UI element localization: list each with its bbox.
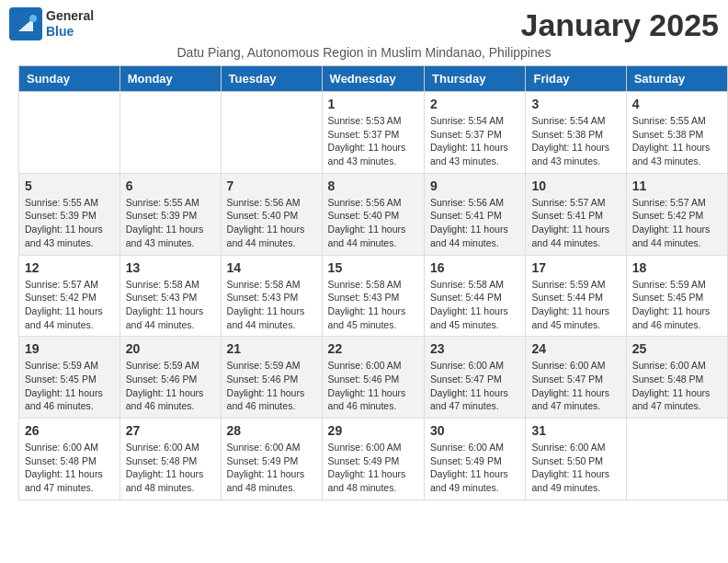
day-cell: 14Sunrise: 5:58 AM Sunset: 5:43 PM Dayli… <box>221 255 322 337</box>
day-number: 26 <box>25 423 114 438</box>
day-info: Sunrise: 6:00 AM Sunset: 5:50 PM Dayligh… <box>531 441 620 495</box>
day-cell: 18Sunrise: 5:59 AM Sunset: 5:45 PM Dayli… <box>626 255 727 337</box>
day-info: Sunrise: 6:00 AM Sunset: 5:49 PM Dayligh… <box>328 441 418 495</box>
day-cell: 12Sunrise: 5:57 AM Sunset: 5:42 PM Dayli… <box>19 255 120 337</box>
day-cell: 17Sunrise: 5:59 AM Sunset: 5:44 PM Dayli… <box>526 255 626 337</box>
day-cell: 27Sunrise: 6:00 AM Sunset: 5:48 PM Dayli… <box>119 419 221 500</box>
day-number: 8 <box>328 178 418 193</box>
svg-rect-0 <box>9 7 42 40</box>
day-number: 24 <box>531 341 620 356</box>
day-cell: 6Sunrise: 5:55 AM Sunset: 5:39 PM Daylig… <box>119 173 221 255</box>
day-info: Sunrise: 5:59 AM Sunset: 5:46 PM Dayligh… <box>126 359 215 413</box>
day-header-friday: Friday <box>526 66 626 92</box>
svg-point-2 <box>29 15 37 22</box>
day-number: 3 <box>531 97 620 111</box>
day-cell <box>221 92 322 174</box>
day-number: 29 <box>328 423 418 438</box>
day-cell: 3Sunrise: 5:54 AM Sunset: 5:38 PM Daylig… <box>526 92 626 174</box>
day-number: 22 <box>328 341 418 356</box>
day-info: Sunrise: 5:56 AM Sunset: 5:40 PM Dayligh… <box>328 196 418 250</box>
day-number: 10 <box>531 178 620 193</box>
day-cell <box>119 92 221 174</box>
day-cell: 29Sunrise: 6:00 AM Sunset: 5:49 PM Dayli… <box>322 419 424 500</box>
day-cell: 1Sunrise: 5:53 AM Sunset: 5:37 PM Daylig… <box>322 92 424 174</box>
day-number: 28 <box>227 423 316 438</box>
day-number: 16 <box>430 260 519 275</box>
day-number: 5 <box>25 178 114 193</box>
day-info: Sunrise: 5:59 AM Sunset: 5:45 PM Dayligh… <box>632 278 722 332</box>
day-info: Sunrise: 6:00 AM Sunset: 5:48 PM Dayligh… <box>632 359 722 413</box>
logo-general: General <box>46 8 94 23</box>
day-cell: 25Sunrise: 6:00 AM Sunset: 5:48 PM Dayli… <box>626 337 727 419</box>
day-number: 13 <box>126 260 215 275</box>
day-cell: 7Sunrise: 5:56 AM Sunset: 5:40 PM Daylig… <box>221 173 322 255</box>
day-info: Sunrise: 5:58 AM Sunset: 5:44 PM Dayligh… <box>430 278 519 332</box>
day-info: Sunrise: 5:56 AM Sunset: 5:41 PM Dayligh… <box>430 196 519 250</box>
day-info: Sunrise: 5:59 AM Sunset: 5:44 PM Dayligh… <box>531 278 620 332</box>
day-info: Sunrise: 5:54 AM Sunset: 5:38 PM Dayligh… <box>531 114 620 168</box>
day-info: Sunrise: 5:54 AM Sunset: 5:37 PM Dayligh… <box>430 114 519 168</box>
day-number: 31 <box>531 423 620 438</box>
day-header-wednesday: Wednesday <box>322 66 424 92</box>
day-cell: 20Sunrise: 5:59 AM Sunset: 5:46 PM Dayli… <box>119 337 221 419</box>
day-cell: 19Sunrise: 5:59 AM Sunset: 5:45 PM Dayli… <box>19 337 120 419</box>
month-title: January 2025 <box>521 7 720 43</box>
day-number: 14 <box>227 260 316 275</box>
day-number: 2 <box>430 97 519 111</box>
day-number: 1 <box>328 97 418 111</box>
day-info: Sunrise: 5:55 AM Sunset: 5:38 PM Dayligh… <box>632 114 722 168</box>
day-cell: 2Sunrise: 5:54 AM Sunset: 5:37 PM Daylig… <box>425 92 526 174</box>
day-number: 9 <box>430 178 519 193</box>
day-info: Sunrise: 5:55 AM Sunset: 5:39 PM Dayligh… <box>25 196 114 250</box>
day-info: Sunrise: 6:00 AM Sunset: 5:47 PM Dayligh… <box>430 359 519 413</box>
day-info: Sunrise: 5:59 AM Sunset: 5:46 PM Dayligh… <box>227 359 316 413</box>
day-cell: 4Sunrise: 5:55 AM Sunset: 5:38 PM Daylig… <box>626 92 727 174</box>
day-number: 7 <box>227 178 316 193</box>
day-number: 17 <box>531 260 620 275</box>
day-cell: 23Sunrise: 6:00 AM Sunset: 5:47 PM Dayli… <box>425 337 526 419</box>
day-number: 27 <box>126 423 215 438</box>
day-number: 6 <box>126 178 215 193</box>
day-cell <box>626 419 727 500</box>
day-info: Sunrise: 5:55 AM Sunset: 5:39 PM Dayligh… <box>126 196 215 250</box>
day-cell: 22Sunrise: 6:00 AM Sunset: 5:46 PM Dayli… <box>322 337 424 419</box>
day-info: Sunrise: 6:00 AM Sunset: 5:48 PM Dayligh… <box>126 441 215 495</box>
day-info: Sunrise: 6:00 AM Sunset: 5:48 PM Dayligh… <box>25 441 114 495</box>
logo-blue: Blue <box>46 24 74 39</box>
day-cell: 21Sunrise: 5:59 AM Sunset: 5:46 PM Dayli… <box>221 337 322 419</box>
day-info: Sunrise: 5:53 AM Sunset: 5:37 PM Dayligh… <box>328 114 418 168</box>
day-info: Sunrise: 6:00 AM Sunset: 5:49 PM Dayligh… <box>430 441 519 495</box>
day-cell: 24Sunrise: 6:00 AM Sunset: 5:47 PM Dayli… <box>526 337 626 419</box>
day-info: Sunrise: 5:58 AM Sunset: 5:43 PM Dayligh… <box>126 278 215 332</box>
day-cell: 16Sunrise: 5:58 AM Sunset: 5:44 PM Dayli… <box>425 255 526 337</box>
day-cell: 15Sunrise: 5:58 AM Sunset: 5:43 PM Dayli… <box>322 255 424 337</box>
day-header-monday: Monday <box>119 66 221 92</box>
day-cell: 30Sunrise: 6:00 AM Sunset: 5:49 PM Dayli… <box>425 419 526 500</box>
day-cell: 13Sunrise: 5:58 AM Sunset: 5:43 PM Dayli… <box>119 255 221 337</box>
logo-icon <box>9 7 42 40</box>
day-info: Sunrise: 6:00 AM Sunset: 5:49 PM Dayligh… <box>227 441 316 495</box>
day-cell: 10Sunrise: 5:57 AM Sunset: 5:41 PM Dayli… <box>526 173 626 255</box>
day-cell: 8Sunrise: 5:56 AM Sunset: 5:40 PM Daylig… <box>322 173 424 255</box>
day-info: Sunrise: 5:57 AM Sunset: 5:42 PM Dayligh… <box>632 196 722 250</box>
day-info: Sunrise: 5:57 AM Sunset: 5:41 PM Dayligh… <box>531 196 620 250</box>
day-info: Sunrise: 5:59 AM Sunset: 5:45 PM Dayligh… <box>25 359 114 413</box>
day-number: 30 <box>430 423 519 438</box>
day-number: 18 <box>632 260 722 275</box>
day-header-saturday: Saturday <box>626 66 727 92</box>
day-number: 23 <box>430 341 519 356</box>
day-info: Sunrise: 5:56 AM Sunset: 5:40 PM Dayligh… <box>227 196 316 250</box>
subtitle: Datu Piang, Autonomous Region in Muslim … <box>0 43 728 65</box>
logo-text: General Blue <box>46 8 94 40</box>
day-info: Sunrise: 5:58 AM Sunset: 5:43 PM Dayligh… <box>328 278 418 332</box>
day-number: 4 <box>632 97 722 111</box>
day-info: Sunrise: 5:58 AM Sunset: 5:43 PM Dayligh… <box>227 278 316 332</box>
day-cell <box>19 92 120 174</box>
day-cell: 11Sunrise: 5:57 AM Sunset: 5:42 PM Dayli… <box>626 173 727 255</box>
day-header-thursday: Thursday <box>425 66 526 92</box>
day-cell: 26Sunrise: 6:00 AM Sunset: 5:48 PM Dayli… <box>19 419 120 500</box>
logo: General Blue <box>9 7 94 40</box>
day-number: 15 <box>328 260 418 275</box>
day-header-sunday: Sunday <box>19 66 120 92</box>
day-header-tuesday: Tuesday <box>221 66 322 92</box>
